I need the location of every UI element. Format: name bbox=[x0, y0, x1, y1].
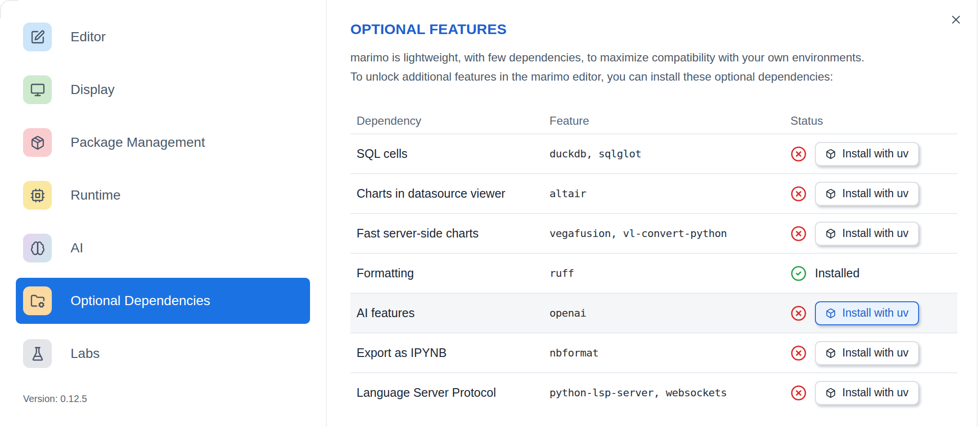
optional-features-panel: OPTIONAL FEATURES marimo is lightweight,… bbox=[328, 0, 980, 427]
status-cell: Installed bbox=[790, 265, 957, 282]
editor-icon bbox=[23, 23, 52, 51]
dependency-cell: Export as IPYNB bbox=[350, 346, 550, 360]
installed-status-label: Installed bbox=[815, 266, 860, 280]
table-row: Formatting ruff Installed bbox=[350, 253, 957, 293]
feature-cell: duckdb, sqlglot bbox=[550, 148, 790, 160]
status-error-icon bbox=[790, 305, 807, 321]
box-icon bbox=[825, 189, 836, 199]
install-with-uv-button[interactable]: Install with uv bbox=[815, 142, 919, 166]
install-button-label: Install with uv bbox=[842, 227, 908, 240]
install-button-label: Install with uv bbox=[842, 147, 908, 160]
page-title: OPTIONAL FEATURES bbox=[350, 21, 980, 37]
sidebar-item-label: Package Management bbox=[71, 135, 205, 150]
box-icon bbox=[825, 149, 836, 159]
sidebar-item-label: Runtime bbox=[71, 188, 120, 203]
description-line: To unlock additional features in the mar… bbox=[350, 67, 980, 86]
table-row: Export as IPYNB nbformat Install with uv bbox=[350, 332, 957, 372]
install-with-uv-button[interactable]: Install with uv bbox=[815, 381, 919, 405]
status-cell: Install with uv bbox=[790, 222, 957, 246]
box-icon bbox=[825, 228, 836, 239]
labs-flask-icon bbox=[23, 339, 52, 368]
table-row: SQL cells duckdb, sqlglot Install with u… bbox=[350, 133, 957, 173]
table-row: Charts in datasource viewer altair Insta… bbox=[350, 173, 957, 213]
close-icon bbox=[949, 21, 963, 28]
status-error-icon bbox=[790, 146, 807, 162]
sidebar-item-label: AI bbox=[71, 240, 83, 256]
table-row: Fast server-side charts vegafusion, vl-c… bbox=[350, 213, 957, 253]
column-header-status: Status bbox=[790, 114, 957, 128]
status-cell: Install with uv bbox=[790, 341, 957, 365]
settings-sidebar: Editor Display Package Management Runtim… bbox=[0, 0, 327, 427]
status-cell: Install with uv bbox=[790, 301, 957, 325]
dependency-cell: Formatting bbox=[350, 266, 550, 280]
status-error-icon bbox=[790, 225, 807, 242]
sidebar-item-editor[interactable]: Editor bbox=[16, 14, 310, 60]
dependency-cell: Language Server Protocol bbox=[350, 386, 550, 400]
feature-cell: vegafusion, vl-convert-python bbox=[550, 227, 790, 239]
feature-cell: altair bbox=[550, 188, 790, 200]
dependencies-table: Dependency Feature Status SQL cells duck… bbox=[350, 108, 957, 412]
status-cell: Install with uv bbox=[790, 381, 957, 405]
sidebar-item-labs[interactable]: Labs bbox=[16, 331, 310, 377]
sidebar-item-optional-dependencies[interactable]: Optional Dependencies bbox=[16, 278, 310, 324]
sidebar-item-label: Display bbox=[71, 82, 115, 97]
sidebar-item-display[interactable]: Display bbox=[16, 67, 310, 113]
feature-cell: python-lsp-server, websockets bbox=[550, 387, 790, 399]
install-with-uv-button[interactable]: Install with uv bbox=[815, 341, 919, 365]
sidebar-item-runtime[interactable]: Runtime bbox=[16, 172, 310, 218]
dependency-cell: Charts in datasource viewer bbox=[350, 187, 550, 201]
status-error-icon bbox=[790, 186, 807, 202]
version-label: Version: 0.12.5 bbox=[23, 393, 87, 404]
table-row: Language Server Protocol python-lsp-serv… bbox=[350, 372, 957, 412]
install-with-uv-button[interactable]: Install with uv bbox=[815, 182, 919, 206]
feature-cell: nbformat bbox=[550, 347, 790, 359]
feature-cell: ruff bbox=[550, 267, 790, 279]
dependency-cell: Fast server-side charts bbox=[350, 226, 550, 240]
runtime-icon bbox=[23, 181, 52, 210]
install-button-label: Install with uv bbox=[842, 346, 908, 359]
status-cell: Install with uv bbox=[790, 142, 957, 166]
sidebar-item-label: Editor bbox=[71, 29, 106, 45]
box-icon bbox=[825, 348, 836, 358]
folder-cog-icon bbox=[23, 286, 52, 315]
table-header-row: Dependency Feature Status bbox=[350, 108, 957, 133]
dependency-cell: SQL cells bbox=[350, 147, 550, 161]
sidebar-item-package-management[interactable]: Package Management bbox=[16, 119, 310, 166]
status-installed-icon bbox=[790, 265, 807, 282]
dependency-cell: AI features bbox=[350, 306, 550, 320]
box-icon bbox=[825, 308, 836, 319]
package-icon bbox=[23, 128, 52, 157]
install-button-label: Install with uv bbox=[842, 187, 908, 200]
install-with-uv-button[interactable]: Install with uv bbox=[815, 301, 919, 325]
column-header-dependency: Dependency bbox=[350, 114, 550, 128]
table-row: AI features openai Install with uv bbox=[350, 293, 957, 332]
close-button[interactable] bbox=[947, 12, 965, 29]
feature-cell: openai bbox=[550, 307, 790, 319]
status-error-icon bbox=[790, 385, 807, 401]
box-icon bbox=[825, 388, 836, 398]
display-icon bbox=[23, 75, 52, 104]
install-button-label: Install with uv bbox=[842, 307, 908, 320]
install-button-label: Install with uv bbox=[842, 386, 908, 399]
sidebar-item-ai[interactable]: AI bbox=[16, 225, 310, 271]
install-with-uv-button[interactable]: Install with uv bbox=[815, 222, 919, 246]
description-line: marimo is lightweight, with few dependen… bbox=[350, 48, 980, 67]
status-error-icon bbox=[790, 345, 807, 361]
panel-description: marimo is lightweight, with few dependen… bbox=[350, 48, 980, 86]
ai-icon bbox=[23, 234, 52, 262]
sidebar-item-label: Optional Dependencies bbox=[71, 293, 210, 308]
sidebar-item-label: Labs bbox=[71, 346, 100, 361]
column-header-feature: Feature bbox=[550, 114, 790, 128]
status-cell: Install with uv bbox=[790, 182, 957, 206]
